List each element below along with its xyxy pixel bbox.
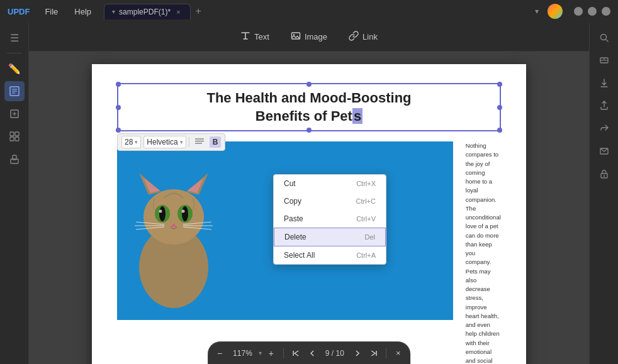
handle-bl[interactable] <box>116 128 121 133</box>
nav-separator <box>283 348 284 358</box>
svg-point-48 <box>603 175 604 177</box>
svg-rect-9 <box>10 137 14 141</box>
app-logo: UPDF <box>0 7 37 16</box>
zoom-in-button[interactable]: + <box>264 346 278 360</box>
paste-shortcut: Ctrl+V <box>356 215 376 223</box>
right-sidebar-upload[interactable] <box>594 96 614 116</box>
sidebar-icon-edit[interactable]: ✏️ <box>4 58 25 79</box>
document-page: The Health and Mood-Boosting Benefits of… <box>92 64 526 364</box>
context-menu-copy[interactable]: Copy Ctrl+C <box>274 192 386 210</box>
document-body-text: Nothing compares to the joy of coming ho… <box>466 141 501 364</box>
link-tool[interactable]: Link <box>339 26 387 47</box>
file-menu[interactable]: File <box>37 4 65 19</box>
minimize-button[interactable]: − <box>574 7 583 16</box>
title-line2: Benefits of Pets <box>126 108 492 126</box>
close-nav-button[interactable]: × <box>391 346 405 360</box>
select-all-label: Select All <box>284 251 315 260</box>
page-info-display: 9 / 10 <box>322 349 348 358</box>
context-menu-paste[interactable]: Paste Ctrl+V <box>274 210 386 228</box>
nav-last-button[interactable] <box>367 346 381 360</box>
main-layout: ☰ ✏️ <box>0 23 618 364</box>
right-sidebar-scan[interactable] <box>594 50 614 70</box>
sidebar-icon-convert[interactable] <box>4 104 25 124</box>
text-tool[interactable]: Text <box>231 26 279 47</box>
more-tabs-button[interactable]: ▾ <box>530 7 544 16</box>
text-icon <box>240 31 250 43</box>
svg-line-41 <box>605 40 608 42</box>
titlebar: UPDF File Help ▾ samplePDF(1)* × + ▾ − □… <box>0 0 618 23</box>
context-menu: Cut Ctrl+X Copy Ctrl+C Paste Ctrl+V Dele… <box>273 174 386 265</box>
context-menu-cut[interactable]: Cut Ctrl+X <box>274 175 386 192</box>
context-menu-select-all[interactable]: Select All Ctrl+A <box>274 246 386 264</box>
sidebar-icon-menu[interactable]: ☰ <box>4 28 25 48</box>
right-sidebar <box>589 23 618 364</box>
tab-close-icon[interactable]: × <box>174 8 182 16</box>
link-label: Link <box>362 32 378 41</box>
tab-title: samplePDF(1)* <box>119 8 171 16</box>
handle-ml[interactable] <box>116 105 121 110</box>
svg-point-27 <box>159 206 166 221</box>
sidebar-icon-stamp[interactable] <box>4 149 25 169</box>
cut-shortcut: Ctrl+X <box>356 180 376 187</box>
paste-label: Paste <box>284 214 303 223</box>
nav-prev-button[interactable] <box>305 346 319 360</box>
right-sidebar-lock[interactable] <box>594 163 614 184</box>
nav-separator-2 <box>386 348 386 358</box>
zoom-out-button[interactable]: − <box>213 346 227 360</box>
svg-point-28 <box>182 206 188 221</box>
align-button[interactable] <box>192 136 207 148</box>
delete-label: Delete <box>284 233 306 241</box>
copy-shortcut: Ctrl+C <box>356 197 376 205</box>
content-area: Text Image <box>29 23 589 364</box>
title-selection-box[interactable]: The Health and Mood-Boosting Benefits of… <box>117 83 501 131</box>
svg-point-29 <box>159 210 162 213</box>
window-controls: − □ × <box>566 7 618 16</box>
image-label: Image <box>305 32 327 41</box>
delete-shortcut: Del <box>364 233 375 241</box>
help-menu[interactable]: Help <box>67 4 99 19</box>
document-title: The Health and Mood-Boosting Benefits of… <box>126 89 492 125</box>
font-size-select[interactable]: 28 ▾ <box>121 136 141 148</box>
nav-first-button[interactable] <box>289 346 303 360</box>
handle-br[interactable] <box>497 128 502 133</box>
tab-area: ▾ samplePDF(1)* × + <box>99 4 530 19</box>
zoom-dropdown-icon[interactable]: ▾ <box>259 350 262 356</box>
format-divider <box>189 137 189 147</box>
add-tab-button[interactable]: + <box>191 6 206 17</box>
maximize-button[interactable]: □ <box>588 7 597 16</box>
text-label: Text <box>254 32 269 41</box>
sidebar-icon-annotate[interactable] <box>4 81 25 101</box>
context-menu-delete[interactable]: Delete Del <box>274 228 386 246</box>
handle-tl[interactable] <box>116 82 121 87</box>
right-sidebar-download[interactable] <box>594 73 614 93</box>
right-sidebar-search[interactable] <box>594 28 614 48</box>
close-button[interactable]: × <box>602 7 610 16</box>
handle-tr[interactable] <box>497 82 502 87</box>
handle-bm[interactable] <box>306 128 312 133</box>
svg-point-30 <box>182 210 185 213</box>
svg-point-20 <box>143 189 204 245</box>
right-sidebar-share[interactable] <box>594 118 614 138</box>
active-tab[interactable]: ▾ samplePDF(1)* × <box>104 4 190 19</box>
title-container: The Health and Mood-Boosting Benefits of… <box>117 83 501 131</box>
select-all-shortcut: Ctrl+A <box>356 251 376 259</box>
title-line1: The Health and Mood-Boosting <box>126 89 492 108</box>
cut-label: Cut <box>284 179 296 188</box>
image-icon <box>291 31 301 43</box>
tab-arrow-icon: ▾ <box>112 8 115 15</box>
right-sidebar-mail[interactable] <box>594 141 614 161</box>
handle-mr[interactable] <box>497 105 502 110</box>
handle-tm[interactable] <box>306 82 312 87</box>
nav-next-button[interactable] <box>351 346 364 360</box>
bottom-navigation-toolbar: − 117% ▾ + 9 / 10 <box>208 341 410 364</box>
bold-button[interactable]: B <box>210 136 222 148</box>
left-sidebar: ☰ ✏️ <box>0 23 29 364</box>
font-name-select[interactable]: Helvetica ▾ <box>143 136 186 148</box>
sidebar-icon-organize[interactable] <box>4 126 25 146</box>
avatar[interactable] <box>548 4 563 19</box>
zoom-level-display: 117% <box>229 349 256 358</box>
font-size-dropdown-icon: ▾ <box>135 139 138 145</box>
link-icon <box>349 31 359 43</box>
menu-bar: File Help <box>37 4 99 19</box>
image-tool[interactable]: Image <box>281 26 337 47</box>
